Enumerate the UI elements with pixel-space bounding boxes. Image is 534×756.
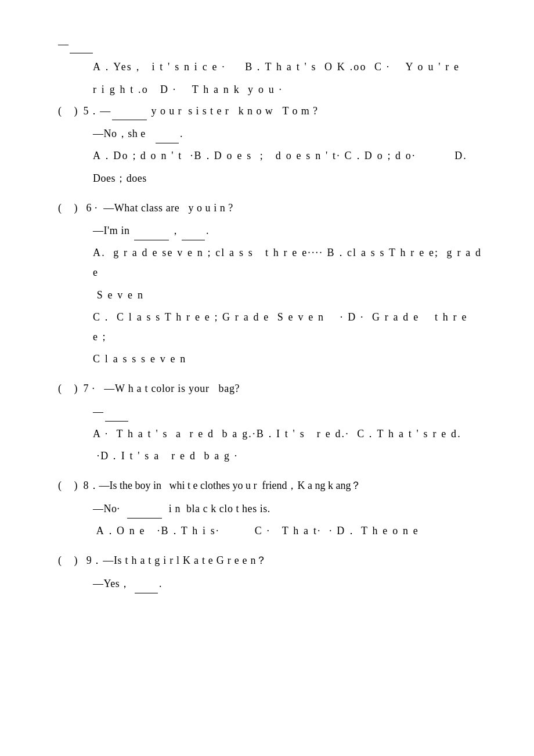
- q9-response-row: —Yes， .: [93, 574, 488, 593]
- prev-answer-row-2: r i g h t .o D · T h a n k y o u ·: [93, 80, 488, 99]
- question-8-response: —No· i n bla c k clo t hes is. A．O n e ·…: [93, 499, 488, 541]
- q5-response-text: —No，sh e .: [93, 128, 183, 139]
- question-5-response: —No，sh e . A．Do；d o n ' t ·B．D o e s ; d…: [93, 124, 488, 188]
- question-5-row: ( ) 5．— y o u r s i s t e r k n o w T o …: [58, 102, 488, 120]
- q7-options-1: A · T h a t ' s a r e d b a g.·B．I t ' s…: [93, 424, 488, 444]
- prev-ans-a: A．Yes， i t ' s n i c e · B．T h a t ' s O…: [93, 61, 460, 73]
- question-7-stem: 7 · —W h a t color is your bag?: [84, 379, 240, 398]
- q7-opt-d: ·D．I t ' s a r e d b a g ·: [93, 450, 239, 462]
- q7-options-2: ·D．I t ' s a r e d b a g ·: [93, 446, 488, 466]
- q5-opt-abc: A．Do；d o n ' t ·B．D o e s ; d o e s n ' …: [93, 150, 467, 161]
- question-6-response: —I'm in ，. A. g r a d e se v e n；cl a s …: [93, 221, 488, 369]
- question-9-stem: 9．—Is t h a t g i r l K a t e G r e e n？: [84, 551, 267, 570]
- page-content: — A．Yes， i t ' s n i c e · B．T h a t ' s…: [58, 35, 488, 593]
- prev-ans-d: r i g h t .o D · T h a n k y o u ·: [93, 84, 283, 95]
- question-8-stem: 8．—Is the boy in whi t e clothes yo u r …: [84, 476, 362, 495]
- question-9-paren: ( ): [58, 551, 79, 570]
- prev-answer-row-1: A．Yes， i t ' s n i c e · B．T h a t ' s O…: [93, 57, 488, 77]
- q8-options-1: A．O n e ·B．T h i s· C · T h a t· · D． T …: [93, 521, 488, 541]
- q5-response-row: —No，sh e .: [93, 124, 488, 143]
- question-5-stem: 5．— y o u r s i s t e r k n o w T o m ?: [84, 102, 318, 120]
- q6-opt-cd: C． C l a s s T h r e e；G r a d e S e v e…: [93, 311, 468, 343]
- q7-response-row: —: [93, 402, 488, 422]
- q6-opt-d-cont: C l a s s s e v e n: [93, 353, 187, 365]
- q7-response-text: —: [93, 406, 129, 417]
- q6-opt-ab: A. g r a d e se v e n；cl a s s t h r e e…: [93, 247, 482, 278]
- question-5-block: ( ) 5．— y o u r s i s t e r k n o w T o …: [58, 102, 488, 188]
- q7-opt-abc: A · T h a t ' s a r e d b a g.·B．I t ' s…: [93, 428, 461, 440]
- q6-options-1b: S e v e n: [93, 285, 488, 305]
- question-8-paren: ( ): [58, 476, 79, 495]
- q6-opt-ab-cont: S e v e n: [93, 289, 144, 301]
- question-6-row: ( ) 6 · —What class are y o u i n ?: [58, 199, 488, 217]
- question-9-row: ( ) 9．—Is t h a t g i r l K a t e G r e …: [58, 551, 488, 570]
- q8-opt-abcd: A．O n e ·B．T h i s· C · T h a t· · D． T …: [93, 525, 419, 537]
- question-7-paren: ( ): [58, 379, 79, 398]
- question-6-block: ( ) 6 · —What class are y o u i n ? —I'm…: [58, 199, 488, 369]
- q6-options-2: C． C l a s s T h r e e；G r a d e S e v e…: [93, 307, 488, 347]
- q6-response-row: —I'm in ，.: [93, 221, 488, 240]
- q8-response-row: —No· i n bla c k clo t hes is.: [93, 499, 488, 519]
- question-9-block: ( ) 9．—Is t h a t g i r l K a t e G r e …: [58, 551, 488, 593]
- question-5-paren: ( ): [58, 102, 79, 120]
- question-9-response: —Yes， .: [93, 574, 488, 593]
- q6-options-2b: C l a s s s e v e n: [93, 349, 488, 369]
- question-7-row: ( ) 7 · —W h a t color is your bag?: [58, 379, 488, 398]
- question-6-stem: 6 · —What class are y o u i n ?: [84, 199, 233, 217]
- q9-response-text: —Yes， .: [93, 578, 162, 589]
- question-8-block: ( ) 8．—Is the boy in whi t e clothes yo …: [58, 476, 488, 541]
- blank-1: [70, 53, 93, 53]
- question-7-block: ( ) 7 · —W h a t color is your bag? — A …: [58, 379, 488, 466]
- question-8-row: ( ) 8．—Is the boy in whi t e clothes yo …: [58, 476, 488, 495]
- q6-response-text: —I'm in ，.: [93, 225, 209, 236]
- q8-response-text: —No· i n bla c k clo t hes is.: [93, 503, 270, 514]
- q5-options-1: A．Do；d o n ' t ·B．D o e s ; d o e s n ' …: [93, 146, 488, 165]
- em-dash: —: [58, 38, 68, 50]
- prev-answer-block: A．Yes， i t ' s n i c e · B．T h a t ' s O…: [93, 57, 488, 99]
- q6-options-1: A. g r a d e se v e n；cl a s s t h r e e…: [93, 243, 488, 282]
- q5-options-2: Does；does: [93, 168, 488, 188]
- top-blank-line: —: [58, 35, 488, 53]
- q5-opt-d: Does；does: [93, 172, 147, 184]
- question-7-response: — A · T h a t ' s a r e d b a g.·B．I t '…: [93, 402, 488, 466]
- question-6-paren: ( ): [58, 199, 79, 217]
